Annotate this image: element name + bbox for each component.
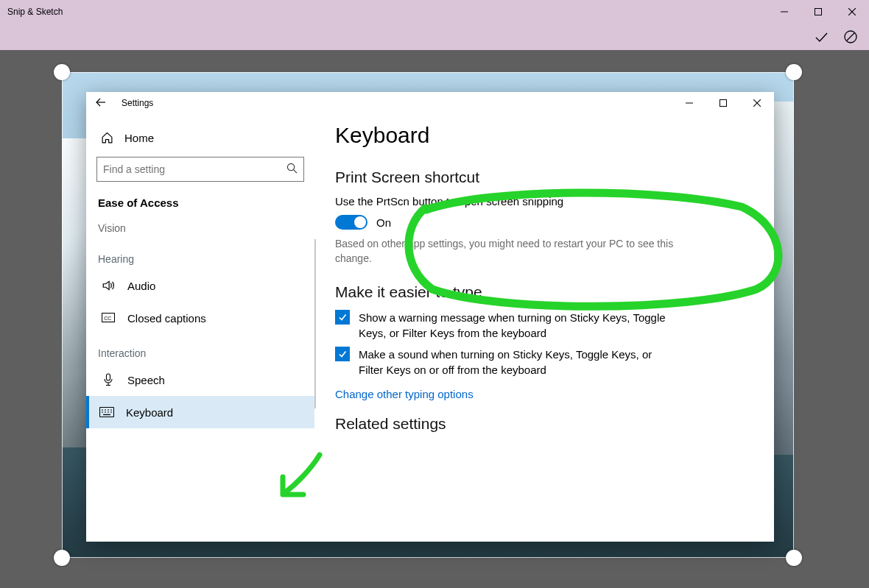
sidebar-item-keyboard[interactable]: Keyboard — [86, 396, 314, 428]
home-icon — [99, 132, 114, 144]
section-related-title: Related settings — [335, 415, 756, 433]
snip-sketch-titlebar: Snip & Sketch — [0, 0, 869, 24]
sidebar-item-label: Speech — [127, 374, 165, 386]
sidebar-item-closed-captions[interactable]: CC Closed captions — [96, 302, 304, 334]
minimize-button[interactable] — [767, 0, 801, 24]
sidebar-item-label: Closed captions — [127, 312, 206, 325]
section-easier-type-title: Make it easier to type — [335, 283, 756, 301]
section-print-screen-title: Print Screen shortcut — [335, 169, 756, 186]
closed-captions-icon: CC — [101, 313, 116, 323]
svg-text:CC: CC — [104, 316, 111, 321]
svg-line-5 — [847, 33, 855, 41]
prtscn-hint: Based on other app settings, you might n… — [335, 237, 689, 266]
checkbox-sound-label: Make a sound when turning on Sticky Keys… — [359, 347, 674, 378]
prtscn-toggle[interactable] — [335, 215, 367, 230]
prtscn-toggle-state: On — [376, 216, 391, 229]
sidebar-item-label: Audio — [127, 280, 155, 292]
settings-window: Settings Home — [86, 92, 774, 542]
app-title: Snip & Sketch — [7, 7, 63, 17]
cancel-icon[interactable] — [842, 29, 859, 45]
sidebar-home[interactable]: Home — [96, 121, 304, 154]
sidebar-group-vision[interactable]: Vision — [96, 216, 304, 240]
snip-canvas: Settings Home — [0, 50, 869, 588]
change-typing-options-link[interactable]: Change other typing options — [335, 388, 756, 400]
sidebar-group-hearing: Hearing — [96, 240, 304, 269]
search-input-wrapper[interactable] — [96, 157, 304, 182]
sidebar-home-label: Home — [124, 132, 154, 144]
svg-point-11 — [287, 163, 294, 170]
sidebar-item-label: Keyboard — [126, 406, 173, 419]
page-title: Keyboard — [335, 123, 756, 148]
sidebar-item-speech[interactable]: Speech — [96, 364, 304, 396]
maximize-button[interactable] — [801, 0, 835, 24]
settings-content: Keyboard Print Screen shortcut Use the P… — [314, 114, 774, 542]
search-icon — [286, 163, 298, 176]
crop-handle-tl[interactable] — [54, 64, 70, 80]
crop-edge[interactable] — [62, 72, 794, 73]
svg-rect-15 — [107, 374, 110, 380]
prtscn-description: Use the PrtScn button to open screen sni… — [335, 195, 756, 208]
settings-close-button[interactable] — [740, 92, 774, 114]
settings-titlebar: Settings — [86, 92, 774, 114]
confirm-icon[interactable] — [813, 29, 829, 45]
back-button[interactable] — [92, 96, 110, 110]
crop-handle-br[interactable] — [786, 550, 802, 566]
audio-icon — [101, 279, 116, 292]
checkbox-warning[interactable] — [335, 310, 350, 325]
crop-handle-bl[interactable] — [54, 550, 70, 566]
svg-rect-1 — [815, 9, 822, 15]
search-input[interactable] — [103, 163, 272, 175]
svg-rect-8 — [720, 100, 727, 107]
crop-edge[interactable] — [62, 72, 63, 558]
microphone-icon — [101, 373, 116, 386]
settings-window-title: Settings — [122, 98, 153, 108]
checkbox-warning-label: Show a warning message when turning on S… — [359, 310, 674, 341]
keyboard-icon — [99, 407, 114, 417]
settings-sidebar: Home Ease of Access Vision Hearing Audio — [86, 114, 314, 542]
scrollbar[interactable] — [314, 239, 316, 408]
crop-edge[interactable] — [62, 557, 794, 558]
crop-edge[interactable] — [793, 72, 794, 558]
snip-sketch-toolbar — [0, 24, 869, 50]
crop-handle-tr[interactable] — [786, 64, 802, 80]
sidebar-group-interaction: Interaction — [96, 334, 304, 364]
checkbox-sound[interactable] — [335, 347, 350, 361]
settings-minimize-button[interactable] — [672, 92, 706, 114]
sidebar-category: Ease of Access — [96, 192, 304, 216]
close-button[interactable] — [835, 0, 869, 24]
svg-line-12 — [294, 170, 297, 173]
settings-maximize-button[interactable] — [706, 92, 740, 114]
sidebar-item-audio[interactable]: Audio — [96, 269, 304, 302]
